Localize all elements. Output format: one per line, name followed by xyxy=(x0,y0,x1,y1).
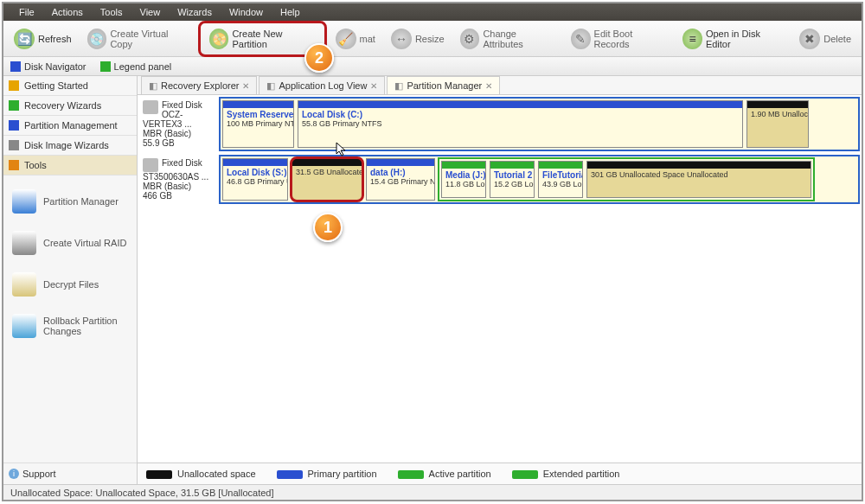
tool-label: Partition Manager xyxy=(43,196,119,207)
partition-title: Tutorial 2 xyxy=(494,170,530,180)
toolbar-label: Refresh xyxy=(38,34,72,44)
support-link[interactable]: i Support xyxy=(3,463,137,484)
panel-label: Disk Navigator xyxy=(24,61,86,72)
close-icon[interactable]: ✕ xyxy=(242,81,249,91)
partition[interactable]: System Reserved100 MB Primary NTFS xyxy=(222,100,294,148)
disk-icon xyxy=(143,100,158,114)
change-attributes-icon: ⚙ xyxy=(460,29,480,49)
tool-create-virtual-raid[interactable]: Create Virtual RAID xyxy=(9,222,131,264)
tool-icon xyxy=(12,314,36,338)
menu-file[interactable]: File xyxy=(10,5,43,19)
partition[interactable]: Local Disk (C:)55.8 GB Primary NTFS xyxy=(298,100,743,148)
refresh-icon: 🔄 xyxy=(14,29,35,49)
partition-subtitle: 301 GB Unallocated Space Unallocated xyxy=(591,170,807,179)
menu-window[interactable]: Window xyxy=(221,5,272,19)
partition-body: data (H:)15.4 GB Primary NT xyxy=(367,166,434,200)
disk-info[interactable]: Fixed DiskOCZ-VERTEX3 ...MBR (Basic)55.9… xyxy=(139,97,219,151)
partition-body: 301 GB Unallocated Space Unallocated xyxy=(587,169,811,197)
create-new-partition-icon: 📀 xyxy=(209,29,229,49)
sidebar-icon xyxy=(9,120,19,131)
menu-view[interactable]: View xyxy=(131,5,170,19)
partition-subtitle: 43.9 GB Lo xyxy=(542,180,579,188)
sidebar-label: Tools xyxy=(24,160,47,170)
disk-size: 466 GB xyxy=(143,191,215,201)
extended-partition-group: Media (J:)11.8 GB LoTutorial 215.2 GB Lo… xyxy=(438,157,815,201)
delete-button: ✖Delete xyxy=(792,25,858,53)
open-in-disk-editor-button[interactable]: ≡Open in Disk Editor xyxy=(676,25,791,53)
tab-recovery-explorer[interactable]: ◧Recovery Explorer✕ xyxy=(141,76,257,94)
partition[interactable]: FileTutoria43.9 GB Lo xyxy=(538,161,583,198)
close-icon[interactable]: ✕ xyxy=(370,81,377,91)
format-button: 🧹mat xyxy=(329,25,382,53)
legend-swatch xyxy=(512,470,538,479)
tool-label: Create Virtual RAID xyxy=(43,238,126,248)
tab-icon: ◧ xyxy=(394,80,403,92)
tab-partition-manager[interactable]: ◧Partition Manager✕ xyxy=(387,76,500,94)
partition[interactable]: Tutorial 215.2 GB Lo xyxy=(490,161,535,198)
sidebar-label: Partition Management xyxy=(24,120,118,131)
partition[interactable]: Media (J:)11.8 GB Lo xyxy=(441,161,486,198)
sidebar-item-partition-management[interactable]: Partition Management xyxy=(3,116,137,136)
partition-subtitle: 15.2 GB Lo xyxy=(494,180,530,188)
toolbar-label: Resize xyxy=(415,34,445,44)
delete-icon: ✖ xyxy=(799,29,820,49)
disk-map: Local Disk (S:)46.8 GB Primary Un31.5 GB… xyxy=(219,155,860,204)
format-icon: 🧹 xyxy=(336,29,356,49)
menu-help[interactable]: Help xyxy=(272,5,309,19)
tab-application-log-view[interactable]: ◧Application Log View✕ xyxy=(259,76,385,94)
tool-label: Decrypt Files xyxy=(43,279,99,290)
create-new-partition-button[interactable]: 📀Create New Partition xyxy=(202,25,323,53)
close-icon[interactable]: ✕ xyxy=(485,81,492,91)
partition-body: Local Disk (S:)46.8 GB Primary Un xyxy=(223,166,287,200)
toolbar-label: mat xyxy=(360,34,375,44)
sidebar-item-getting-started[interactable]: Getting Started xyxy=(3,76,137,96)
tab-icon: ◧ xyxy=(266,80,275,92)
partition[interactable]: Local Disk (S:)46.8 GB Primary Un xyxy=(222,158,288,201)
panel-selector-bar: Disk NavigatorLegend panel xyxy=(3,57,862,76)
partition-body: Tutorial 215.2 GB Lo xyxy=(490,169,534,197)
tool-icon xyxy=(12,189,36,214)
tool-icon xyxy=(12,272,36,297)
partition-bar xyxy=(587,162,811,169)
panel-icon xyxy=(10,61,21,72)
toolbar: 🔄Refresh💿Create Virtual Copy📀Create New … xyxy=(3,21,862,57)
sidebar-item-recovery-wizards[interactable]: Recovery Wizards xyxy=(3,96,137,116)
tool-decrypt-files[interactable]: Decrypt Files xyxy=(9,264,131,305)
change-attributes-button: ⚙Change Attributes xyxy=(453,25,562,53)
sidebar-label: Recovery Wizards xyxy=(24,100,101,111)
partition-subtitle: 11.8 GB Lo xyxy=(445,180,482,188)
create-virtual-copy-icon: 💿 xyxy=(87,29,107,49)
partition-unallocated[interactable]: 301 GB Unallocated Space Unallocated xyxy=(586,161,811,198)
partition-unallocated[interactable]: 1.90 MB Unallocated xyxy=(746,100,809,148)
edit-boot-records-icon: ✎ xyxy=(571,29,591,49)
legend-swatch xyxy=(398,470,424,479)
menu-actions[interactable]: Actions xyxy=(43,5,92,19)
disk-info[interactable]: Fixed DiskST3500630AS ...MBR (Basic)466 … xyxy=(139,155,219,204)
sidebar-label: Disk Image Wizards xyxy=(24,140,109,150)
sidebar-icon xyxy=(9,160,19,170)
tool-partition-manager[interactable]: Partition Manager xyxy=(9,181,131,222)
sidebar-item-disk-image-wizards[interactable]: Disk Image Wizards xyxy=(3,136,137,156)
sidebar-item-tools[interactable]: Tools xyxy=(3,156,137,175)
legend-item: Unallocated space xyxy=(146,469,256,479)
disk-row: Fixed DiskST3500630AS ...MBR (Basic)466 … xyxy=(139,155,860,204)
legend-panel-toggle[interactable]: Legend panel xyxy=(97,59,176,73)
create-virtual-copy-button: 💿Create Virtual Copy xyxy=(80,25,196,53)
edit-boot-records-button: ✎Edit Boot Records xyxy=(564,25,674,53)
partition-body: System Reserved100 MB Primary NTFS xyxy=(223,108,293,147)
sidebar: Getting StartedRecovery WizardsPartition… xyxy=(3,76,138,484)
sidebar-icon xyxy=(9,140,19,150)
partition[interactable]: data (H:)15.4 GB Primary NT xyxy=(366,158,435,201)
partition-bar xyxy=(292,159,362,166)
menu-wizards[interactable]: Wizards xyxy=(169,5,221,19)
disk-viewer: Fixed DiskOCZ-VERTEX3 ...MBR (Basic)55.9… xyxy=(138,95,862,463)
partition-body: 31.5 GB Unallocated xyxy=(292,166,362,200)
partition-subtitle: 1.90 MB Unallocated xyxy=(751,110,804,118)
refresh-button[interactable]: 🔄Refresh xyxy=(7,25,79,53)
disk-navigator-toggle[interactable]: Disk Navigator xyxy=(7,59,90,73)
tool-rollback-partition-changes[interactable]: Rollback Partition Changes xyxy=(9,305,131,347)
menu-tools[interactable]: Tools xyxy=(92,5,131,19)
disk-row: Fixed DiskOCZ-VERTEX3 ...MBR (Basic)55.9… xyxy=(139,97,860,151)
partition-unallocated[interactable]: 31.5 GB Unallocated xyxy=(292,158,362,201)
toolbar-label: Create New Partition xyxy=(232,29,315,49)
